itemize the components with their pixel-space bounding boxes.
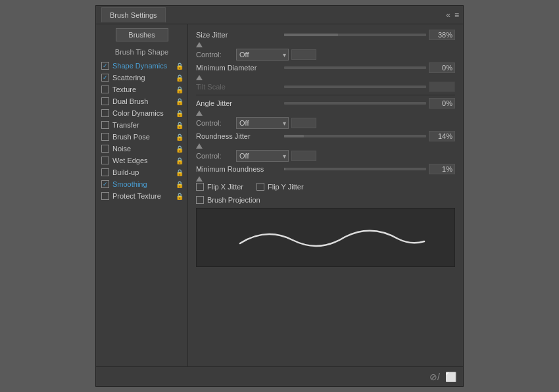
- control2-label: Control:: [196, 119, 232, 127]
- checkbox-color-dynamics[interactable]: [101, 109, 109, 117]
- flip-y-label: Flip Y Jitter: [268, 183, 304, 191]
- tilt-scale-slider: [284, 86, 426, 88]
- sidebar-item-smoothing[interactable]: Smoothing 🔒: [96, 178, 187, 190]
- size-jitter-triangle[interactable]: [196, 42, 203, 47]
- lock-transfer: 🔒: [176, 122, 183, 129]
- size-jitter-control-row: Control: Off Fade Pen Pressure: [196, 49, 455, 61]
- roundness-jitter-slider[interactable]: [284, 135, 426, 137]
- sidebar-item-brush-pose[interactable]: Brush Pose 🔒: [96, 131, 187, 143]
- angle-jitter-triangle[interactable]: [196, 110, 203, 116]
- lock-smoothing: 🔒: [176, 181, 183, 188]
- checkbox-protect-texture[interactable]: [101, 192, 109, 200]
- lock-shape-dynamics: 🔒: [176, 62, 183, 70]
- min-diameter-value[interactable]: [429, 62, 455, 73]
- label-wet-edges: Wet Edges: [112, 157, 174, 164]
- size-jitter-value[interactable]: [429, 30, 455, 40]
- checkbox-dual-brush[interactable]: [101, 97, 109, 105]
- panel-footer: ⊘/ ⬜: [96, 366, 463, 386]
- sidebar-item-noise[interactable]: Noise 🔒: [96, 143, 187, 155]
- collapse-button[interactable]: «: [446, 11, 450, 20]
- flip-checkboxes-row: Flip X Jitter Flip Y Jitter: [196, 183, 455, 193]
- sidebar-item-scattering[interactable]: Scattering 🔒: [96, 72, 187, 84]
- menu-button[interactable]: ≡: [454, 11, 459, 20]
- lock-scattering: 🔒: [176, 74, 183, 82]
- angle-jitter-label: Angle Jitter: [196, 99, 281, 107]
- min-diameter-row: Minimum Diameter: [196, 62, 455, 73]
- angle-jitter-control-row: Control: Off Fade: [196, 117, 455, 129]
- control2-extra-input[interactable]: [291, 118, 316, 128]
- label-brush-pose: Brush Pose: [112, 133, 174, 141]
- checkbox-shape-dynamics[interactable]: [101, 62, 109, 70]
- control1-select[interactable]: Off Fade Pen Pressure: [236, 49, 289, 61]
- checkbox-scattering[interactable]: [101, 74, 109, 82]
- label-shape-dynamics: Shape Dynamics: [112, 62, 174, 70]
- control1-select-wrapper: Off Fade Pen Pressure: [236, 49, 289, 61]
- control3-select-wrapper: Off Fade: [236, 150, 289, 162]
- min-roundness-value[interactable]: [429, 164, 455, 174]
- label-transfer: Transfer: [112, 121, 174, 129]
- angle-jitter-slider[interactable]: [284, 102, 426, 105]
- angle-jitter-row: Angle Jitter: [196, 98, 455, 109]
- brushes-button[interactable]: Brushes: [116, 28, 168, 41]
- angle-jitter-value[interactable]: [429, 98, 455, 109]
- flip-x-label: Flip X Jitter: [207, 183, 243, 191]
- control1-extra-input[interactable]: [291, 49, 316, 60]
- tilt-scale-row: Tilt Scale: [196, 82, 455, 92]
- tilt-scale-label: Tilt Scale: [196, 83, 281, 91]
- size-jitter-slider[interactable]: [284, 34, 426, 36]
- label-scattering: Scattering: [112, 74, 174, 82]
- roundness-jitter-control-row: Control: Off Fade: [196, 150, 455, 162]
- label-dual-brush: Dual Brush: [112, 97, 174, 105]
- min-diameter-slider[interactable]: [284, 66, 426, 69]
- checkbox-texture[interactable]: [101, 86, 109, 93]
- checkbox-smoothing[interactable]: [101, 180, 109, 188]
- tilt-scale-value: [429, 82, 455, 92]
- lock-build-up: 🔒: [176, 169, 183, 176]
- label-noise: Noise: [112, 145, 174, 153]
- flip-x-checkbox[interactable]: [196, 183, 204, 191]
- sidebar-item-transfer[interactable]: Transfer 🔒: [96, 119, 187, 131]
- size-jitter-row: Size Jitter: [196, 30, 455, 40]
- roundness-jitter-triangle[interactable]: [196, 143, 203, 149]
- label-texture: Texture: [112, 86, 174, 93]
- panel-tab[interactable]: Brush Settings: [101, 7, 166, 22]
- label-color-dynamics: Color Dynamics: [112, 109, 174, 117]
- control3-extra-input[interactable]: [291, 151, 316, 161]
- control1-label: Control:: [196, 51, 232, 59]
- min-roundness-slider[interactable]: [284, 168, 426, 170]
- angle-jitter-triangle-row: [196, 110, 455, 116]
- label-build-up: Build-up: [112, 168, 174, 176]
- sidebar-item-dual-brush[interactable]: Dual Brush 🔒: [96, 95, 187, 107]
- size-jitter-triangle-row: [196, 42, 455, 47]
- footer-icon-cycle[interactable]: ⊘/: [429, 372, 440, 382]
- divider1: [196, 95, 455, 95]
- sidebar-item-shape-dynamics[interactable]: Shape Dynamics 🔒: [96, 60, 187, 72]
- brush-settings-panel: Brush Settings « ≡ Brushes Brush Tip Sha…: [95, 5, 464, 387]
- roundness-jitter-value[interactable]: [429, 131, 455, 141]
- control3-select[interactable]: Off Fade: [236, 150, 289, 162]
- checkbox-transfer[interactable]: [101, 121, 109, 129]
- sidebar-item-protect-texture[interactable]: Protect Texture 🔒: [96, 190, 187, 202]
- footer-icon-create[interactable]: ⬜: [445, 372, 456, 382]
- checkbox-noise[interactable]: [101, 145, 109, 153]
- checkbox-wet-edges[interactable]: [101, 157, 109, 164]
- control2-select[interactable]: Off Fade: [236, 117, 289, 129]
- brush-tip-shape-label: Brush Tip Shape: [96, 47, 187, 57]
- checkbox-build-up[interactable]: [101, 168, 109, 176]
- flip-y-checkbox[interactable]: [256, 183, 264, 191]
- roundness-jitter-label: Roundness Jitter: [196, 132, 281, 140]
- brush-projection-checkbox[interactable]: [196, 196, 204, 204]
- sidebar: Brushes Brush Tip Shape Shape Dynamics 🔒…: [96, 24, 188, 366]
- tilt-scale-triangle[interactable]: [196, 75, 203, 80]
- lock-dual-brush: 🔒: [176, 98, 183, 105]
- lock-wet-edges: 🔒: [176, 157, 183, 164]
- checkboxes-triangle[interactable]: [196, 176, 203, 182]
- sidebar-item-texture[interactable]: Texture 🔒: [96, 84, 187, 95]
- sidebar-item-wet-edges[interactable]: Wet Edges 🔒: [96, 155, 187, 166]
- label-smoothing: Smoothing: [112, 180, 174, 188]
- sidebar-item-build-up[interactable]: Build-up 🔒: [96, 166, 187, 178]
- sidebar-item-color-dynamics[interactable]: Color Dynamics 🔒: [96, 107, 187, 119]
- lock-brush-pose: 🔒: [176, 134, 183, 141]
- tilt-scale-triangle-row: [196, 75, 455, 80]
- checkbox-brush-pose[interactable]: [101, 133, 109, 141]
